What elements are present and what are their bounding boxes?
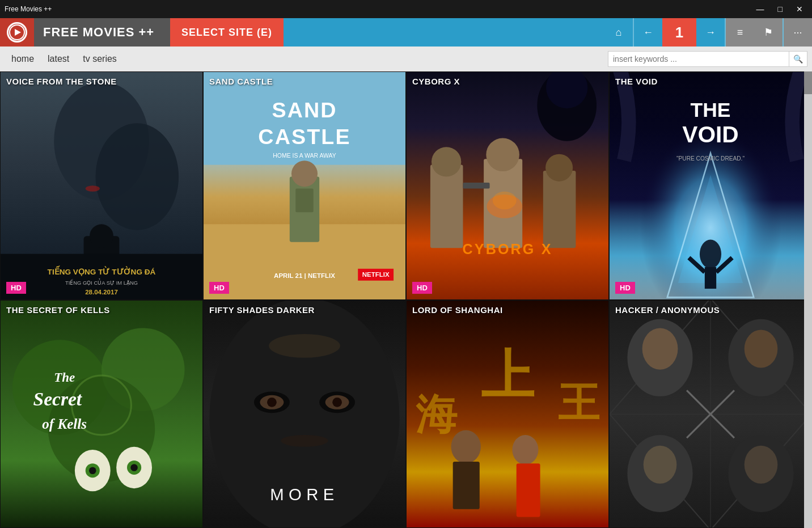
movie-card-void[interactable]: FROM THE ■ WITCH THE VOID "PURE COSMIC D… [609, 71, 812, 300]
more-button[interactable]: ··· [784, 18, 812, 47]
title-bar: Free Movies ++ — □ ✕ [0, 0, 812, 18]
movie-title-hacker: HACKER / ANONYMOUS [610, 301, 811, 319]
svg-text:THE: THE [690, 99, 730, 121]
search-container: 🔍 [608, 51, 807, 67]
hd-badge-sand: HD [209, 282, 229, 294]
svg-point-59 [89, 467, 96, 474]
svg-point-41 [700, 240, 721, 269]
svg-point-71 [332, 397, 342, 407]
svg-text:APRIL 21 | NETFLIX: APRIL 21 | NETFLIX [274, 272, 335, 279]
svg-text:CASTLE: CASTLE [258, 125, 350, 149]
svg-rect-20 [295, 188, 313, 212]
movie-title-cyborg: CYBORG X [407, 72, 608, 91]
nav-latest[interactable]: latest [41, 49, 76, 69]
movie-card-sand[interactable]: SAND CASTLE HOME IS A WAR AWAY APRIL 21 … [203, 71, 406, 300]
nav-spacer [284, 18, 604, 47]
forward-button[interactable]: → [696, 18, 725, 47]
svg-point-30 [486, 138, 519, 171]
search-input[interactable] [608, 51, 789, 67]
svg-text:NETFLIX: NETFLIX [362, 271, 390, 278]
select-site-button[interactable]: SELECT SITE (E) [170, 18, 284, 47]
svg-point-33 [545, 154, 573, 181]
movie-card-kells[interactable]: The Secret of Kells THE SECRET OF KELLS [0, 300, 203, 529]
movie-card-fifty[interactable]: MORE FIFTY SHADES DARKER [203, 300, 406, 529]
svg-text:of Kells: of Kells [42, 416, 87, 432]
movie-card-hacker[interactable]: HACKER / ANONYMOUS [609, 300, 812, 529]
hd-badge-voice: HD [6, 282, 26, 294]
svg-rect-31 [463, 183, 489, 188]
svg-rect-42 [705, 267, 716, 289]
maximize-button[interactable]: □ [773, 2, 787, 16]
nav-bar: home latest tv series 🔍 [0, 47, 812, 71]
svg-rect-27 [430, 165, 463, 248]
movie-title-kells: THE SECRET OF KELLS [1, 301, 202, 319]
movie-title-lord: LORD OF SHANGHAI [407, 301, 608, 319]
svg-text:上: 上 [481, 345, 535, 404]
movie-title-sand: SAND CASTLE [204, 72, 405, 91]
movie-card-lord[interactable]: 上 海 王 LORD OF SHANGHAI [406, 300, 609, 529]
svg-text:"PURE COSMIC DREAD.": "PURE COSMIC DREAD." [676, 155, 745, 162]
svg-point-93 [745, 330, 778, 368]
svg-rect-80 [453, 462, 480, 509]
svg-point-74 [269, 333, 340, 357]
hd-badge-void: HD [615, 282, 635, 294]
svg-point-7 [90, 224, 113, 248]
movie-grid: TIẾNG VỌNG TỪ TƯỜNG ĐÁ TIẾNG GỌI CỦA SỰ … [0, 71, 812, 528]
svg-point-5 [86, 185, 100, 191]
browser-toolbar: FREE MOVIES ++ SELECT SITE (E) ⌂ ← 1 → ≡… [0, 18, 812, 47]
page-number: 1 [662, 18, 696, 47]
back-button[interactable]: ← [634, 18, 662, 47]
svg-rect-32 [543, 171, 576, 248]
svg-text:TIẾNG GỌI CỦA SỰ IM LẶNG: TIẾNG GỌI CỦA SỰ IM LẶNG [65, 278, 138, 286]
svg-rect-82 [517, 463, 540, 517]
svg-text:HOME IS A WAR AWAY: HOME IS A WAR AWAY [273, 153, 336, 159]
svg-text:Secret: Secret [33, 388, 83, 409]
svg-text:SAND: SAND [272, 98, 337, 122]
svg-text:28.04.2017: 28.04.2017 [85, 289, 118, 295]
close-button[interactable]: ✕ [792, 2, 807, 16]
svg-marker-1 [15, 29, 21, 36]
svg-text:VOID: VOID [682, 121, 738, 147]
home-button[interactable]: ⌂ [604, 18, 633, 47]
svg-text:The: The [54, 369, 75, 384]
app-logo [0, 18, 34, 47]
svg-point-36 [493, 192, 517, 209]
svg-text:MORE: MORE [270, 485, 339, 504]
svg-point-95 [644, 445, 677, 483]
svg-point-81 [512, 434, 538, 464]
svg-point-91 [642, 328, 678, 369]
svg-point-28 [432, 147, 461, 176]
svg-point-4 [96, 123, 179, 230]
svg-text:海: 海 [416, 391, 458, 438]
hd-badge-cyborg: HD [412, 282, 432, 294]
logo-icon [7, 22, 27, 43]
flag-button[interactable]: ⚑ [754, 18, 783, 47]
app-title: FREE MOVIES ++ [34, 18, 170, 47]
movie-title-void: THE VOID [610, 72, 811, 91]
list-button[interactable]: ≡ [726, 18, 754, 47]
svg-point-79 [451, 430, 481, 463]
nav-tv-series[interactable]: tv series [76, 49, 124, 69]
svg-point-70 [267, 397, 277, 407]
window-title: Free Movies ++ [5, 5, 752, 13]
svg-text:王: 王 [558, 379, 600, 426]
movie-card-voice[interactable]: TIẾNG VỌNG TỪ TƯỜNG ĐÁ TIẾNG GỌI CỦA SỰ … [0, 71, 203, 300]
scrollbar-track[interactable] [804, 71, 812, 528]
svg-point-19 [291, 160, 318, 187]
svg-point-72 [281, 434, 328, 446]
movie-card-cyborg[interactable]: CYBORG X CYBORG X HD [406, 71, 609, 300]
movie-title-fifty: FIFTY SHADES DARKER [204, 301, 405, 319]
svg-text:CYBORG X: CYBORG X [462, 241, 552, 257]
nav-home[interactable]: home [5, 49, 41, 69]
search-button[interactable]: 🔍 [789, 51, 807, 67]
svg-point-97 [745, 445, 778, 483]
minimize-button[interactable]: — [752, 2, 769, 16]
svg-point-60 [130, 464, 138, 471]
window-controls: — □ ✕ [752, 2, 807, 16]
movie-title-voice: VOICE FROM THE STONE [1, 72, 202, 91]
scrollbar-thumb[interactable] [804, 71, 812, 94]
